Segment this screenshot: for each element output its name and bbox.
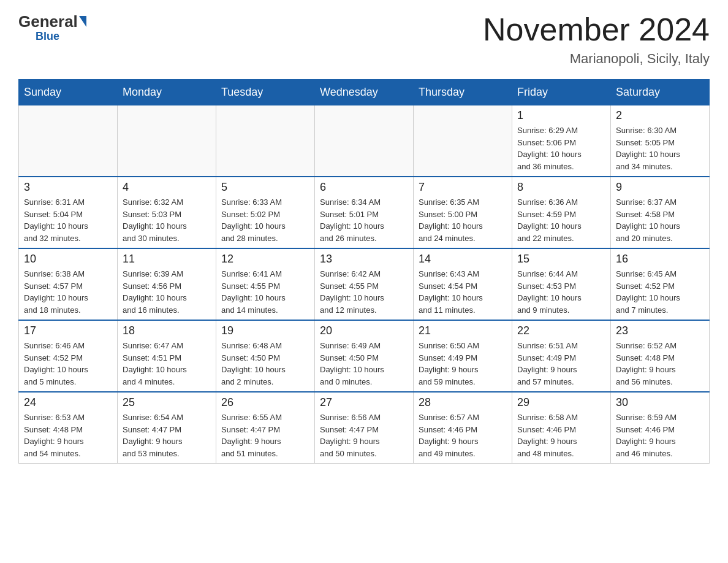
- weekday-header-wednesday: Wednesday: [315, 80, 414, 105]
- calendar-cell: 8Sunrise: 6:36 AM Sunset: 4:59 PM Daylig…: [512, 177, 611, 248]
- calendar-cell: 19Sunrise: 6:48 AM Sunset: 4:50 PM Dayli…: [216, 320, 315, 392]
- calendar-cell: 9Sunrise: 6:37 AM Sunset: 4:58 PM Daylig…: [611, 177, 710, 248]
- day-info: Sunrise: 6:35 AM Sunset: 5:00 PM Dayligh…: [419, 196, 507, 244]
- day-number: 5: [221, 181, 309, 194]
- day-info: Sunrise: 6:56 AM Sunset: 4:47 PM Dayligh…: [320, 412, 408, 459]
- day-number: 1: [517, 109, 605, 122]
- weekday-header-saturday: Saturday: [611, 80, 710, 105]
- day-info: Sunrise: 6:54 AM Sunset: 4:47 PM Dayligh…: [123, 412, 211, 459]
- day-number: 29: [517, 396, 605, 409]
- calendar-cell: 1Sunrise: 6:29 AM Sunset: 5:06 PM Daylig…: [512, 105, 611, 177]
- day-number: 3: [24, 181, 112, 194]
- day-number: 11: [123, 253, 211, 266]
- day-number: 21: [419, 324, 507, 337]
- calendar-cell: 14Sunrise: 6:43 AM Sunset: 4:54 PM Dayli…: [414, 248, 512, 320]
- day-info: Sunrise: 6:41 AM Sunset: 4:55 PM Dayligh…: [221, 268, 309, 316]
- day-info: Sunrise: 6:49 AM Sunset: 4:50 PM Dayligh…: [320, 340, 408, 388]
- calendar-cell: 20Sunrise: 6:49 AM Sunset: 4:50 PM Dayli…: [315, 320, 414, 392]
- week-row-4: 17Sunrise: 6:46 AM Sunset: 4:52 PM Dayli…: [19, 320, 710, 392]
- logo: General Blue: [18, 12, 86, 43]
- day-number: 4: [123, 181, 211, 194]
- day-number: 9: [616, 181, 704, 194]
- day-info: Sunrise: 6:53 AM Sunset: 4:48 PM Dayligh…: [24, 412, 112, 459]
- calendar-cell: 29Sunrise: 6:58 AM Sunset: 4:46 PM Dayli…: [512, 392, 611, 464]
- calendar-table: SundayMondayTuesdayWednesdayThursdayFrid…: [18, 79, 710, 464]
- day-number: 17: [24, 324, 112, 337]
- calendar-cell: [19, 105, 118, 177]
- weekday-header-sunday: Sunday: [19, 80, 118, 105]
- day-info: Sunrise: 6:52 AM Sunset: 4:48 PM Dayligh…: [616, 340, 704, 388]
- day-number: 19: [221, 324, 309, 337]
- day-info: Sunrise: 6:30 AM Sunset: 5:05 PM Dayligh…: [616, 124, 704, 172]
- week-row-2: 3Sunrise: 6:31 AM Sunset: 5:04 PM Daylig…: [19, 177, 710, 248]
- day-info: Sunrise: 6:29 AM Sunset: 5:06 PM Dayligh…: [517, 124, 605, 172]
- calendar-cell: 16Sunrise: 6:45 AM Sunset: 4:52 PM Dayli…: [611, 248, 710, 320]
- calendar-cell: 15Sunrise: 6:44 AM Sunset: 4:53 PM Dayli…: [512, 248, 611, 320]
- week-row-1: 1Sunrise: 6:29 AM Sunset: 5:06 PM Daylig…: [19, 105, 710, 177]
- day-info: Sunrise: 6:58 AM Sunset: 4:46 PM Dayligh…: [517, 412, 605, 459]
- day-number: 7: [419, 181, 507, 194]
- day-info: Sunrise: 6:44 AM Sunset: 4:53 PM Dayligh…: [517, 268, 605, 316]
- day-info: Sunrise: 6:33 AM Sunset: 5:02 PM Dayligh…: [221, 196, 309, 244]
- day-number: 2: [616, 109, 704, 122]
- calendar-cell: 23Sunrise: 6:52 AM Sunset: 4:48 PM Dayli…: [611, 320, 710, 392]
- calendar-title: November 2024: [483, 12, 710, 47]
- calendar-cell: 30Sunrise: 6:59 AM Sunset: 4:46 PM Dayli…: [611, 392, 710, 464]
- day-info: Sunrise: 6:38 AM Sunset: 4:57 PM Dayligh…: [24, 268, 112, 316]
- week-row-5: 24Sunrise: 6:53 AM Sunset: 4:48 PM Dayli…: [19, 392, 710, 464]
- day-number: 18: [123, 324, 211, 337]
- day-info: Sunrise: 6:37 AM Sunset: 4:58 PM Dayligh…: [616, 196, 704, 244]
- calendar-cell: 24Sunrise: 6:53 AM Sunset: 4:48 PM Dayli…: [19, 392, 118, 464]
- day-number: 24: [24, 396, 112, 409]
- day-number: 6: [320, 181, 408, 194]
- weekday-header-friday: Friday: [512, 80, 611, 105]
- day-info: Sunrise: 6:43 AM Sunset: 4:54 PM Dayligh…: [419, 268, 507, 316]
- calendar-cell: 2Sunrise: 6:30 AM Sunset: 5:05 PM Daylig…: [611, 105, 710, 177]
- weekday-header-tuesday: Tuesday: [216, 80, 315, 105]
- calendar-cell: 11Sunrise: 6:39 AM Sunset: 4:56 PM Dayli…: [118, 248, 216, 320]
- weekday-header-row: SundayMondayTuesdayWednesdayThursdayFrid…: [19, 80, 710, 105]
- day-info: Sunrise: 6:51 AM Sunset: 4:49 PM Dayligh…: [517, 340, 605, 388]
- calendar-cell: [315, 105, 414, 177]
- day-info: Sunrise: 6:57 AM Sunset: 4:46 PM Dayligh…: [419, 412, 507, 459]
- calendar-cell: 17Sunrise: 6:46 AM Sunset: 4:52 PM Dayli…: [19, 320, 118, 392]
- day-info: Sunrise: 6:47 AM Sunset: 4:51 PM Dayligh…: [123, 340, 211, 388]
- logo-triangle-icon: [79, 16, 86, 27]
- calendar-cell: 12Sunrise: 6:41 AM Sunset: 4:55 PM Dayli…: [216, 248, 315, 320]
- day-number: 23: [616, 324, 704, 337]
- day-info: Sunrise: 6:31 AM Sunset: 5:04 PM Dayligh…: [24, 196, 112, 244]
- day-info: Sunrise: 6:32 AM Sunset: 5:03 PM Dayligh…: [123, 196, 211, 244]
- calendar-cell: [216, 105, 315, 177]
- title-section: November 2024 Marianopoli, Sicily, Italy: [483, 12, 710, 67]
- day-number: 26: [221, 396, 309, 409]
- weekday-header-thursday: Thursday: [414, 80, 512, 105]
- calendar-cell: 18Sunrise: 6:47 AM Sunset: 4:51 PM Dayli…: [118, 320, 216, 392]
- day-info: Sunrise: 6:36 AM Sunset: 4:59 PM Dayligh…: [517, 196, 605, 244]
- day-info: Sunrise: 6:34 AM Sunset: 5:01 PM Dayligh…: [320, 196, 408, 244]
- day-info: Sunrise: 6:55 AM Sunset: 4:47 PM Dayligh…: [221, 412, 309, 459]
- logo-general-text: General: [18, 12, 78, 31]
- weekday-header-monday: Monday: [118, 80, 216, 105]
- day-number: 12: [221, 253, 309, 266]
- calendar-cell: 3Sunrise: 6:31 AM Sunset: 5:04 PM Daylig…: [19, 177, 118, 248]
- calendar-cell: [414, 105, 512, 177]
- day-number: 27: [320, 396, 408, 409]
- calendar-cell: 21Sunrise: 6:50 AM Sunset: 4:49 PM Dayli…: [414, 320, 512, 392]
- day-number: 15: [517, 253, 605, 266]
- logo-blue-text: Blue: [36, 30, 59, 43]
- day-number: 8: [517, 181, 605, 194]
- day-number: 10: [24, 253, 112, 266]
- calendar-subtitle: Marianopoli, Sicily, Italy: [483, 51, 710, 67]
- day-info: Sunrise: 6:50 AM Sunset: 4:49 PM Dayligh…: [419, 340, 507, 388]
- calendar-cell: 26Sunrise: 6:55 AM Sunset: 4:47 PM Dayli…: [216, 392, 315, 464]
- calendar-cell: 7Sunrise: 6:35 AM Sunset: 5:00 PM Daylig…: [414, 177, 512, 248]
- page-header: General Blue November 2024 Marianopoli, …: [18, 12, 710, 67]
- calendar-cell: 28Sunrise: 6:57 AM Sunset: 4:46 PM Dayli…: [414, 392, 512, 464]
- calendar-cell: 25Sunrise: 6:54 AM Sunset: 4:47 PM Dayli…: [118, 392, 216, 464]
- day-number: 25: [123, 396, 211, 409]
- day-info: Sunrise: 6:46 AM Sunset: 4:52 PM Dayligh…: [24, 340, 112, 388]
- calendar-cell: [118, 105, 216, 177]
- day-info: Sunrise: 6:59 AM Sunset: 4:46 PM Dayligh…: [616, 412, 704, 459]
- day-number: 20: [320, 324, 408, 337]
- day-number: 13: [320, 253, 408, 266]
